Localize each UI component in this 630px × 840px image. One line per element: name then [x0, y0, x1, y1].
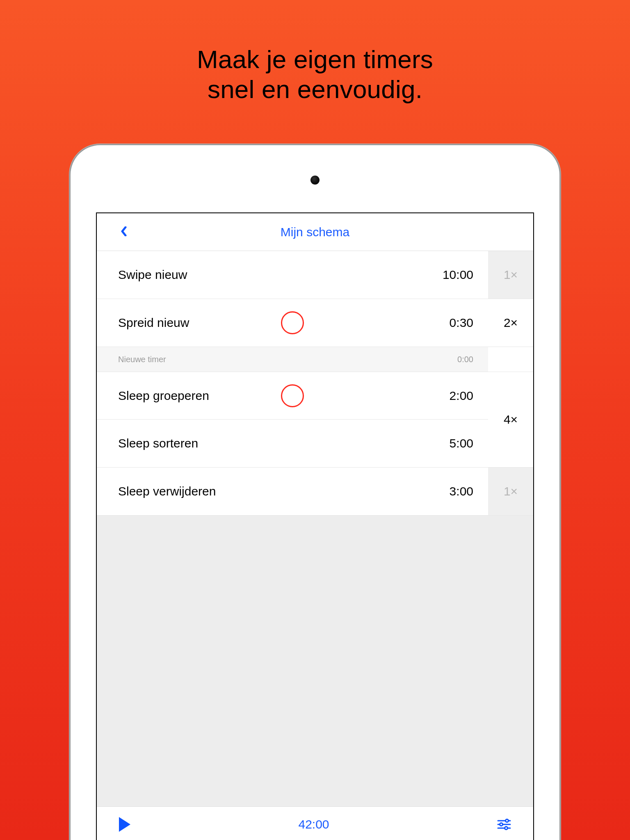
- repeat-count-empty: [488, 347, 533, 372]
- timer-name: Sleep groeperen: [118, 389, 432, 403]
- repeat-count[interactable]: 4×: [488, 372, 533, 467]
- timer-duration: 3:00: [432, 484, 473, 498]
- timer-name: Swipe nieuw: [118, 268, 432, 282]
- camera-icon: [310, 176, 320, 185]
- drag-indicator-icon[interactable]: [281, 384, 304, 407]
- nav-title: Mijn schema: [281, 225, 349, 239]
- timer-row[interactable]: Sleep sorteren 5:00: [97, 420, 488, 467]
- svg-point-5: [504, 826, 507, 829]
- promo-headline: Maak je eigen timers snel en eenvoudig.: [0, 0, 630, 104]
- timer-row[interactable]: Swipe nieuw 10:00: [97, 251, 488, 299]
- timer-group-4: Sleep verwijderen 3:00 1×: [97, 468, 533, 516]
- timer-name: Spreid nieuw: [118, 316, 432, 330]
- headline-line-1: Maak je eigen timers: [197, 45, 433, 73]
- svg-point-3: [505, 819, 508, 822]
- back-button[interactable]: [121, 225, 127, 239]
- timer-duration: 2:00: [432, 389, 473, 403]
- svg-point-4: [500, 823, 502, 826]
- sliders-icon: [497, 819, 511, 830]
- settings-button[interactable]: [497, 819, 511, 830]
- repeat-count[interactable]: 1×: [488, 468, 533, 515]
- timer-group-new: Nieuwe timer 0:00: [97, 347, 533, 372]
- repeat-count[interactable]: 2×: [488, 299, 533, 347]
- timer-list: Swipe nieuw 10:00 1× Spreid nieuw 0:30 2…: [97, 251, 533, 516]
- drag-indicator-icon[interactable]: [281, 311, 304, 334]
- repeat-count[interactable]: 1×: [488, 251, 533, 299]
- timer-duration: 0:30: [432, 316, 473, 330]
- new-timer-row[interactable]: Nieuwe timer 0:00: [97, 347, 488, 372]
- timer-row[interactable]: Sleep verwijderen 3:00: [97, 468, 488, 515]
- ipad-frame: Mijn schema Swipe nieuw 10:00 1× Spreid …: [71, 145, 559, 840]
- total-time: 42:00: [298, 817, 329, 831]
- timer-group-3: Sleep groeperen 2:00 Sleep sorteren 5:00…: [97, 372, 533, 468]
- timer-duration: 5:00: [432, 436, 473, 450]
- timer-name: Nieuwe timer: [118, 355, 432, 364]
- timer-name: Sleep sorteren: [118, 436, 432, 450]
- timer-row[interactable]: Spreid nieuw 0:30: [97, 299, 488, 347]
- empty-area: [97, 516, 533, 806]
- timer-duration: 0:00: [432, 355, 473, 364]
- timer-duration: 10:00: [432, 268, 473, 282]
- headline-line-2: snel en eenvoudig.: [208, 75, 422, 103]
- play-button[interactable]: [119, 817, 130, 832]
- timer-row[interactable]: Sleep groeperen 2:00: [97, 372, 488, 420]
- navbar: Mijn schema: [97, 213, 533, 251]
- timer-name: Sleep verwijderen: [118, 484, 432, 498]
- toolbar: 42:00: [97, 806, 533, 840]
- app-screen: Mijn schema Swipe nieuw 10:00 1× Spreid …: [96, 212, 534, 840]
- timer-group-2: Spreid nieuw 0:30 2×: [97, 299, 533, 347]
- timer-group-1: Swipe nieuw 10:00 1×: [97, 251, 533, 299]
